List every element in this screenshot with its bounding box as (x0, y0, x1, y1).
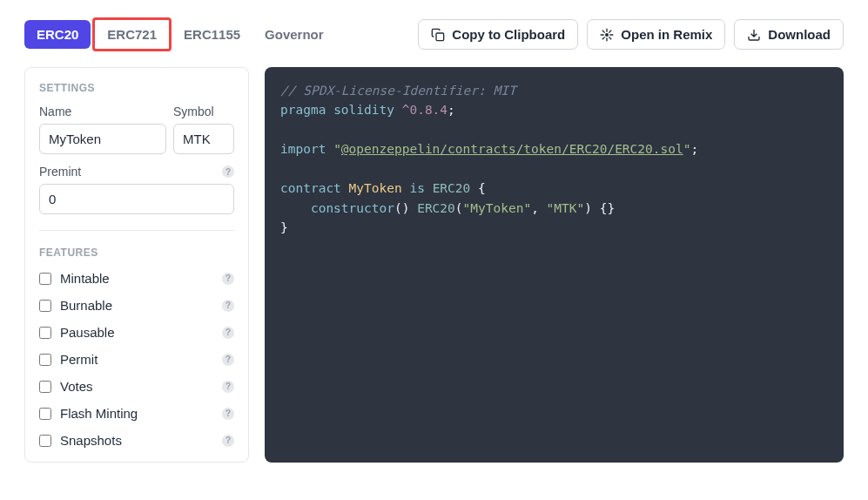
premint-label: Premint (39, 165, 81, 179)
copy-clipboard-button[interactable]: Copy to Clipboard (418, 19, 578, 50)
feature-label: Mintable (60, 271, 110, 286)
svg-point-1 (605, 33, 609, 37)
name-input[interactable] (39, 124, 166, 154)
tab-erc721[interactable]: ERC721 (92, 17, 172, 51)
help-icon[interactable]: ? (222, 381, 234, 393)
tab-erc1155[interactable]: ERC1155 (172, 20, 252, 49)
code-preview: // SPDX-License-Identifier: MIT pragma s… (265, 67, 844, 463)
help-icon[interactable]: ? (222, 166, 234, 178)
feature-permit: Permit ? (39, 352, 234, 367)
mintable-checkbox[interactable] (39, 273, 51, 285)
settings-title: SETTINGS (39, 82, 234, 94)
code-content: // SPDX-License-Identifier: MIT pragma s… (280, 81, 828, 238)
feature-label: Votes (60, 379, 93, 394)
tab-erc20[interactable]: ERC20 (24, 20, 91, 49)
features-list: Mintable ? Burnable ? Pausable (39, 271, 234, 448)
votes-checkbox[interactable] (39, 381, 51, 393)
feature-label: Snapshots (60, 433, 122, 448)
feature-label: Permit (60, 352, 98, 367)
tab-governor[interactable]: Governor (252, 20, 336, 49)
feature-label: Flash Minting (60, 406, 138, 421)
copy-label: Copy to Clipboard (452, 27, 565, 42)
flash-minting-checkbox[interactable] (39, 408, 51, 420)
feature-mintable: Mintable ? (39, 271, 234, 286)
download-button[interactable]: Download (734, 19, 844, 50)
open-remix-button[interactable]: Open in Remix (587, 19, 725, 50)
help-icon[interactable]: ? (222, 435, 234, 447)
help-icon[interactable]: ? (222, 354, 234, 366)
permit-checkbox[interactable] (39, 354, 51, 366)
feature-pausable: Pausable ? (39, 325, 234, 340)
feature-label: Pausable (60, 325, 115, 340)
divider (39, 230, 234, 231)
snapshots-checkbox[interactable] (39, 435, 51, 447)
remix-icon (600, 28, 614, 42)
features-title: FEATURES (39, 247, 234, 259)
remix-label: Open in Remix (621, 27, 712, 42)
main-area: SETTINGS Name Symbol Premint ? F (24, 67, 844, 463)
feature-burnable: Burnable ? (39, 298, 234, 313)
copy-icon (431, 28, 445, 42)
help-icon[interactable]: ? (222, 408, 234, 420)
premint-input[interactable] (39, 184, 234, 214)
burnable-checkbox[interactable] (39, 300, 51, 312)
name-label: Name (39, 105, 166, 118)
feature-label: Burnable (60, 298, 112, 313)
download-label: Download (768, 27, 831, 42)
contract-type-tabs: ERC20 ERC721 ERC1155 Governor (24, 17, 336, 51)
help-icon[interactable]: ? (222, 300, 234, 312)
feature-flash-minting: Flash Minting ? (39, 406, 234, 421)
settings-sidebar: SETTINGS Name Symbol Premint ? F (24, 67, 249, 463)
symbol-input[interactable] (173, 124, 234, 154)
download-icon (747, 28, 761, 42)
pausable-checkbox[interactable] (39, 327, 51, 339)
action-buttons: Copy to Clipboard Open in Remix Download (418, 19, 844, 50)
help-icon[interactable]: ? (222, 273, 234, 285)
symbol-label: Symbol (173, 105, 234, 118)
topbar: ERC20 ERC721 ERC1155 Governor Copy to Cl… (24, 17, 844, 51)
help-icon[interactable]: ? (222, 327, 234, 339)
svg-rect-0 (436, 33, 444, 41)
feature-snapshots: Snapshots ? (39, 433, 234, 448)
feature-votes: Votes ? (39, 379, 234, 394)
